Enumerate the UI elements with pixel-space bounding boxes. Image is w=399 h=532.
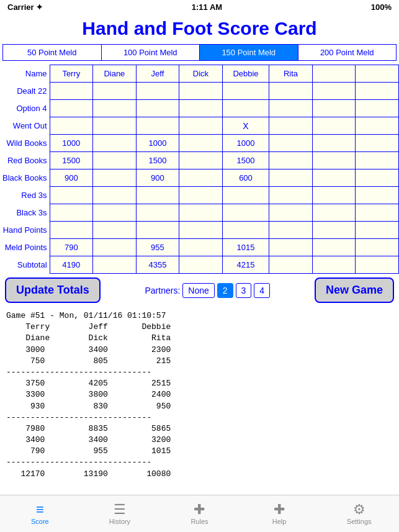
black3s-input-6[interactable] [315,208,353,217]
red_books-input-2[interactable] [139,156,177,165]
meld_points-cell-1[interactable] [93,239,137,256]
red_books-input-1[interactable] [96,156,133,165]
option4-cell-7[interactable] [356,100,399,117]
option4-cell-2[interactable] [136,100,179,117]
red_books-cell-1[interactable] [93,152,137,169]
subtotal-input-5[interactable] [272,260,310,269]
tab-50-point-meld[interactable]: 50 Point Meld [3,45,102,60]
meld_points-cell-2[interactable] [136,239,179,256]
went_out-input-0[interactable] [53,121,91,130]
red3s-cell-3[interactable] [179,187,223,204]
hand_points-cell-6[interactable] [312,222,356,239]
meld_points-input-4[interactable] [225,243,267,252]
went_out-cell-0[interactable] [50,117,93,135]
wild_books-input-0[interactable] [53,138,91,148]
option4-cell-0[interactable] [50,100,93,117]
dealt22-input-7[interactable] [358,86,396,96]
black_books-input-7[interactable] [358,173,396,183]
meld_points-input-2[interactable] [139,243,177,252]
subtotal-input-1[interactable] [96,260,133,269]
black_books-input-6[interactable] [315,173,353,183]
nav-help[interactable]: ✚ Help [240,495,320,532]
dealt22-cell-4[interactable] [222,83,269,100]
meld_points-cell-7[interactable] [356,239,399,256]
meld_points-input-0[interactable] [53,243,91,252]
subtotal-cell-2[interactable] [136,256,179,274]
red3s-input-6[interactable] [315,191,353,200]
wild_books-cell-0[interactable] [50,135,93,152]
players-cell-4[interactable] [222,65,269,83]
black_books-cell-6[interactable] [312,169,356,187]
black3s-input-3[interactable] [182,208,220,217]
red3s-cell-4[interactable] [222,187,269,204]
hand_points-cell-2[interactable] [136,222,179,239]
black_books-input-1[interactable] [96,173,133,183]
black3s-cell-1[interactable] [93,204,137,222]
wild_books-input-7[interactable] [358,138,396,148]
wild_books-cell-7[interactable] [356,135,399,152]
red3s-input-3[interactable] [182,191,220,200]
option4-input-6[interactable] [315,104,353,113]
dealt22-cell-7[interactable] [356,83,399,100]
black_books-cell-1[interactable] [93,169,137,187]
went_out-input-3[interactable] [182,121,220,130]
red_books-cell-3[interactable] [179,152,223,169]
option4-cell-4[interactable] [222,100,269,117]
dealt22-cell-1[interactable] [93,83,137,100]
black3s-cell-5[interactable] [269,204,313,222]
black3s-cell-7[interactable] [356,204,399,222]
player-name-input-1[interactable] [96,69,133,78]
red_books-cell-5[interactable] [269,152,313,169]
dealt22-cell-3[interactable] [179,83,223,100]
player-name-input-3[interactable] [182,69,220,78]
player-name-input-4[interactable] [225,69,267,78]
option4-input-3[interactable] [182,104,220,113]
red3s-input-0[interactable] [53,191,91,200]
subtotal-cell-7[interactable] [356,256,399,274]
option4-input-2[interactable] [139,104,177,113]
meld_points-input-1[interactable] [96,243,133,252]
subtotal-input-6[interactable] [315,260,353,269]
black3s-cell-0[interactable] [50,204,93,222]
wild_books-input-1[interactable] [96,138,133,148]
partner-3-button[interactable]: 3 [236,283,252,298]
hand_points-cell-5[interactable] [269,222,313,239]
players-cell-2[interactable] [136,65,179,83]
black3s-cell-3[interactable] [179,204,223,222]
subtotal-input-7[interactable] [358,260,396,269]
option4-cell-3[interactable] [179,100,223,117]
wild_books-input-2[interactable] [139,138,177,148]
hand_points-input-1[interactable] [96,225,133,235]
red_books-input-3[interactable] [182,156,220,165]
player-name-input-2[interactable] [139,69,177,78]
dealt22-cell-2[interactable] [136,83,179,100]
meld_points-input-6[interactable] [315,243,353,252]
meld_points-input-3[interactable] [182,243,220,252]
red_books-input-7[interactable] [358,156,396,165]
red3s-cell-1[interactable] [93,187,137,204]
red_books-cell-0[interactable] [50,152,93,169]
dealt22-input-5[interactable] [272,86,310,96]
black_books-cell-3[interactable] [179,169,223,187]
wild_books-cell-5[interactable] [269,135,313,152]
black_books-input-3[interactable] [182,173,220,183]
nav-rules[interactable]: ✚ Rules [159,495,240,532]
dealt22-input-1[interactable] [96,86,133,96]
dealt22-input-0[interactable] [53,86,91,96]
hand_points-cell-0[interactable] [50,222,93,239]
subtotal-cell-4[interactable] [222,256,269,274]
hand_points-cell-3[interactable] [179,222,223,239]
black_books-cell-0[interactable] [50,169,93,187]
black3s-input-4[interactable] [225,208,267,217]
red_books-cell-2[interactable] [136,152,179,169]
hand_points-input-6[interactable] [315,225,353,235]
option4-input-7[interactable] [358,104,396,113]
went_out-input-6[interactable] [315,121,353,130]
nav-settings[interactable]: ⚙ Settings [319,495,399,532]
black_books-cell-7[interactable] [356,169,399,187]
black3s-cell-6[interactable] [312,204,356,222]
meld_points-input-5[interactable] [272,243,310,252]
red_books-input-5[interactable] [272,156,310,165]
nav-history[interactable]: ☰ History [80,495,160,532]
meld_points-cell-4[interactable] [222,239,269,256]
